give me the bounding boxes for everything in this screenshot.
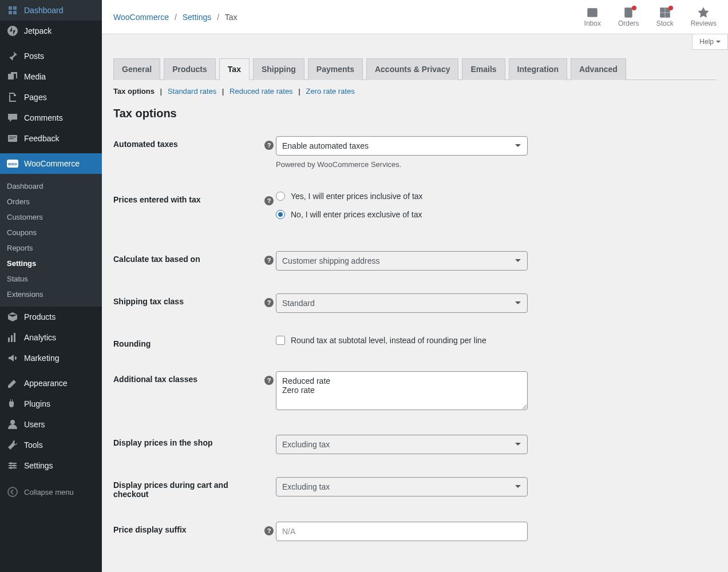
subtab-zero-rate[interactable]: Zero rate rates [306,87,355,96]
comments-icon [7,112,18,124]
collapse-menu[interactable]: Collapse menu [0,480,102,503]
tab-shipping[interactable]: Shipping [253,58,304,80]
media-icon [7,71,18,82]
submenu-dashboard[interactable]: Dashboard [0,178,102,194]
main-content: WooCommerce / Settings / Tax Inbox Order… [102,0,728,572]
menu-feedback[interactable]: Feedback [0,128,102,149]
menu-settings[interactable]: Settings [0,455,102,476]
activity-reviews[interactable]: Reviews [691,7,717,27]
tab-accounts-privacy[interactable]: Accounts & Privacy [366,58,459,80]
row-calc-tax: Calculate tax based on ? Customer shippi… [113,251,717,271]
orders-icon [623,7,634,18]
menu-marketing[interactable]: Marketing [0,348,102,368]
menu-label: Pages [24,93,47,102]
menu-posts[interactable]: Posts [0,46,102,66]
subtab-reduced-rate[interactable]: Reduced rate rates [230,87,293,96]
menu-dashboard[interactable]: Dashboard [0,0,102,21]
submenu-extensions[interactable]: Extensions [0,287,102,302]
menu-label: Marketing [24,353,59,363]
menu-users[interactable]: Users [0,414,102,435]
submenu-reports[interactable]: Reports [0,240,102,256]
menu-plugins[interactable]: Plugins [0,394,102,414]
help-tab[interactable]: Help [692,34,728,50]
menu-comments[interactable]: Comments [0,108,102,128]
activity-inbox[interactable]: Inbox [584,7,601,27]
pin-icon [7,50,18,62]
tab-tax[interactable]: Tax [219,58,250,80]
submenu-status[interactable]: Status [0,271,102,287]
appearance-icon [7,378,18,389]
marketing-icon [7,352,18,364]
label-suffix: Price display suffix [113,522,262,534]
submenu-orders[interactable]: Orders [0,194,102,209]
activity-label: Reviews [691,19,717,27]
menu-pages[interactable]: Pages [0,87,102,108]
analytics-icon [7,332,18,343]
row-automated-taxes: Automated taxes ? Enable automated taxes… [113,136,717,169]
select-automated-taxes[interactable]: Enable automated taxes [276,136,528,156]
help-icon[interactable]: ? [264,376,274,385]
inbox-icon [587,7,598,18]
menu-woocommerce[interactable]: woo WooCommerce [0,153,102,174]
menu-label: Comments [24,113,63,122]
textarea-add-classes[interactable] [276,371,528,410]
menu-tools[interactable]: Tools [0,435,102,455]
submenu-customers[interactable]: Customers [0,209,102,225]
select-ship-tax[interactable]: Standard [276,293,528,313]
breadcrumb-settings[interactable]: Settings [183,13,212,22]
pages-icon [7,92,18,103]
tax-subtabs: Tax options | Standard rates | Reduced r… [113,80,717,99]
tab-payments[interactable]: Payments [308,58,363,80]
svg-text:woo: woo [7,161,17,166]
radio-inclusive[interactable]: Yes, I will enter prices inclusive of ta… [276,192,717,201]
activity-orders[interactable]: Orders [618,7,639,27]
hint-automated-taxes: Powered by WooCommerce Services. [276,160,528,169]
menu-media[interactable]: Media [0,66,102,87]
woo-icon: woo [7,158,18,169]
radio-exclusive[interactable]: No, I will enter prices exclusive of tax [276,210,717,219]
radio-icon [276,192,285,201]
row-display-cart: Display prices during cart and checkout … [113,477,717,499]
help-icon[interactable]: ? [264,526,274,535]
subtab-standard-rates[interactable]: Standard rates [168,87,216,96]
menu-analytics[interactable]: Analytics [0,327,102,348]
row-display-shop: Display prices in the shop Excluding tax [113,435,717,454]
select-display-cart[interactable]: Excluding tax [276,477,528,496]
help-icon[interactable]: ? [264,141,274,150]
radio-icon [276,210,285,219]
activity-stock[interactable]: Stock [656,7,674,27]
label-ship-tax: Shipping tax class [113,293,262,306]
menu-jetpack[interactable]: Jetpack [0,21,102,41]
settings-tabs: General Products Tax Shipping Payments A… [113,58,717,80]
collapse-icon [7,486,18,498]
tab-general[interactable]: General [113,58,160,80]
activity-label: Stock [656,19,674,27]
menu-label: WooCommerce [24,159,80,168]
breadcrumb-woocommerce[interactable]: WooCommerce [113,13,169,22]
tab-advanced[interactable]: Advanced [571,58,626,80]
tab-emails[interactable]: Emails [462,58,505,80]
submenu-coupons[interactable]: Coupons [0,225,102,240]
menu-products[interactable]: Products [0,307,102,327]
topbar: WooCommerce / Settings / Tax Inbox Order… [102,0,728,34]
breadcrumb-current: Tax [225,13,238,22]
submenu-settings[interactable]: Settings [0,256,102,271]
label-add-classes: Additional tax classes [113,371,262,384]
menu-label: Settings [24,461,53,470]
select-calc-tax[interactable]: Customer shipping address [276,251,528,271]
input-suffix[interactable] [276,522,528,541]
menu-label: Feedback [24,134,59,143]
help-icon[interactable]: ? [264,298,274,307]
checkbox-rounding[interactable]: Round tax at subtotal level, instead of … [276,336,717,345]
subtab-current: Tax options [113,87,155,96]
help-icon[interactable]: ? [264,196,274,205]
svg-rect-23 [666,13,670,17]
menu-label: Appearance [24,379,68,388]
help-icon[interactable]: ? [264,256,274,265]
tab-integration[interactable]: Integration [509,58,567,80]
menu-label: Media [24,72,46,81]
select-display-shop[interactable]: Excluding tax [276,435,528,454]
menu-appearance[interactable]: Appearance [0,373,102,394]
svg-point-14 [10,462,12,464]
tab-products[interactable]: Products [164,58,216,80]
